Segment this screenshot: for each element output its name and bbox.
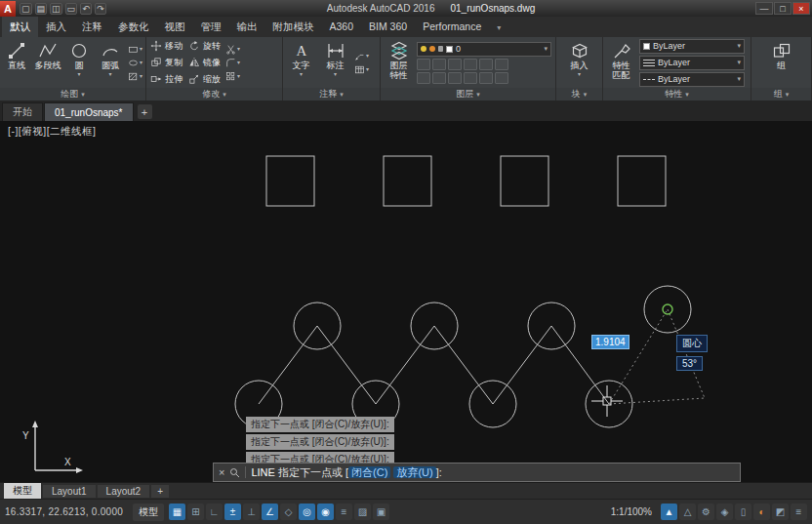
layer-properties-button[interactable]: 图层特性 [383, 38, 415, 87]
group-button[interactable]: 组 [765, 38, 797, 87]
lineweight-select[interactable]: ByLayer▾ [639, 56, 745, 70]
trim-tool-button[interactable]: ▾ [225, 44, 240, 55]
infer-constraints-icon[interactable]: ∟ [206, 504, 223, 520]
annotation-monitor-icon[interactable]: ◈ [716, 504, 733, 520]
linetype-select[interactable]: ByLayer▾ [639, 72, 745, 87]
match-properties-button[interactable]: 特性匹配 [605, 38, 637, 87]
dimension-button[interactable]: 标注 ▾ [319, 38, 351, 87]
ribbon-collapse-icon[interactable]: ▾ [489, 17, 508, 37]
minimize-button[interactable]: — [755, 2, 773, 15]
polar-tracking-icon[interactable]: ∠ [262, 504, 278, 520]
layers-panel-footer[interactable]: 图层▾ [381, 88, 555, 101]
layer-tool-icon[interactable] [432, 72, 446, 84]
plot-icon[interactable]: ▭ [65, 3, 78, 15]
properties-panel-footer[interactable]: 特性▾ [603, 88, 751, 101]
rotate-button[interactable]: 旋转 [186, 38, 223, 54]
lineweight-icon[interactable]: ≡ [336, 504, 352, 520]
arc-button[interactable]: 圆弧 ▾ [96, 38, 125, 87]
status-customization-icon[interactable]: ≡ [791, 504, 807, 520]
file-tab-1[interactable]: 开始 [2, 102, 43, 121]
table-tool-button[interactable]: ▾ [354, 64, 369, 75]
undo-icon[interactable]: ↶ [80, 3, 92, 15]
text-button[interactable]: A 文字 ▾ [285, 38, 317, 87]
close-icon[interactable]: × [219, 466, 224, 478]
ribbon-tab-7[interactable]: 输出 [229, 17, 265, 37]
ribbon-tab-2[interactable]: 插入 [38, 17, 74, 37]
layer-tool-icon[interactable] [495, 59, 508, 70]
layer-tool-icon[interactable] [495, 72, 508, 84]
new-layout-button[interactable]: + [151, 485, 169, 498]
scale-button[interactable]: 缩放 [186, 71, 223, 87]
ribbon-tab-6[interactable]: 管理 [193, 17, 229, 37]
polyline-button[interactable]: 多段线 [33, 38, 62, 87]
command-input[interactable]: LINE 指定下一点或 [闭合(C) 放弃(U)]: [251, 465, 441, 480]
selection-cycling-icon[interactable]: ▣ [373, 504, 389, 520]
dynamic-input-field[interactable]: 1.9104 [591, 335, 629, 349]
redo-icon[interactable]: ↷ [95, 3, 106, 15]
save-file-icon[interactable]: ◫ [50, 3, 62, 15]
autocad-logo-icon[interactable]: A [0, 1, 16, 17]
transparency-icon[interactable]: ▨ [354, 504, 371, 520]
layer-select[interactable]: 0 ▾ [417, 42, 551, 57]
ribbon-tab-11[interactable]: Performance [415, 17, 489, 37]
ribbon-tab-5[interactable]: 视图 [157, 17, 193, 37]
maximize-button[interactable]: □ [774, 2, 792, 15]
array-tool-button[interactable]: ▾ [225, 71, 240, 82]
layer-tool-icon[interactable] [464, 59, 477, 70]
ribbon-tab-3[interactable]: 注释 [74, 17, 110, 37]
ribbon-tab-1[interactable]: 默认 [2, 17, 38, 37]
quick-properties-icon[interactable]: ▯ [735, 504, 751, 520]
annotation-scale-button[interactable]: 1:1/100% [607, 504, 656, 519]
model-space-button[interactable]: 模型 [133, 504, 164, 521]
layer-tool-icon[interactable] [464, 72, 477, 84]
circle-button[interactable]: 圆 ▾ [64, 38, 94, 87]
ribbon-tab-9[interactable]: A360 [322, 17, 362, 37]
fillet-tool-button[interactable]: ▾ [225, 58, 240, 68]
insert-block-button[interactable]: 插入 ▾ [563, 38, 595, 87]
layer-tool-icon[interactable] [432, 59, 446, 70]
ribbon-tab-8[interactable]: 附加模块 [265, 17, 322, 37]
workspace-switching-icon[interactable]: ⚙ [698, 504, 714, 520]
dynamic-input-icon[interactable]: ± [224, 504, 241, 520]
viewport-controls[interactable]: [-][俯视][二维线框] [8, 125, 97, 139]
annotation-visibility-icon[interactable]: ▲ [661, 504, 677, 520]
drawing-canvas[interactable]: XY [-][俯视][二维线框] 1.9104 圆心 53° 指定下一点或 [闭… [0, 121, 812, 482]
snap-mode-icon[interactable]: ⊞ [187, 504, 204, 520]
close-button[interactable]: × [792, 2, 810, 15]
grid-icon[interactable]: ▦ [169, 504, 185, 520]
copy-button[interactable]: 复制 [148, 55, 184, 70]
draw-panel-footer[interactable]: 绘图▾ [0, 88, 145, 101]
new-file-icon[interactable]: ▢ [20, 3, 32, 15]
layer-tool-icon[interactable] [417, 72, 430, 84]
ellipse-tool-button[interactable]: ▾ [128, 58, 142, 68]
groups-panel-footer[interactable]: 组▾ [751, 88, 811, 101]
leader-tool-button[interactable]: ▾ [354, 51, 369, 61]
rectangle-tool-button[interactable]: ▾ [128, 44, 142, 55]
file-tab-2[interactable]: 01_runOsnaps* [44, 102, 134, 121]
object-snap-icon[interactable]: ◉ [317, 504, 334, 520]
move-button[interactable]: 移动 [148, 38, 184, 54]
graphics-performance-icon[interactable]: ◩ [772, 504, 789, 520]
modify-panel-footer[interactable]: 修改▾ [146, 88, 282, 101]
layout-tab-1[interactable]: 模型 [4, 483, 41, 499]
object-color-select[interactable]: ByLayer▾ [639, 39, 745, 54]
layer-tool-icon[interactable] [479, 72, 493, 84]
layer-tool-icon[interactable] [448, 59, 462, 70]
command-option[interactable]: 闭合(C) [348, 466, 390, 478]
layer-tool-icon[interactable] [417, 59, 430, 70]
ortho-mode-icon[interactable]: ⊥ [243, 504, 260, 520]
new-drawing-tab-button[interactable]: + [138, 104, 152, 119]
layout-tab-3[interactable]: Layout2 [98, 485, 150, 498]
layout-tab-2[interactable]: Layout1 [43, 485, 96, 498]
layer-tool-icon[interactable] [479, 59, 493, 70]
command-line[interactable]: × LINE 指定下一点或 [闭合(C) 放弃(U)]: [213, 463, 741, 482]
open-file-icon[interactable]: ▤ [35, 3, 48, 15]
line-button[interactable]: 直线 [2, 38, 31, 87]
isometric-drafting-icon[interactable]: ◇ [280, 504, 297, 520]
block-panel-footer[interactable]: 块▾ [556, 88, 602, 101]
stretch-button[interactable]: 拉伸 [148, 71, 184, 87]
ribbon-tab-4[interactable]: 参数化 [110, 17, 157, 37]
annotation-panel-footer[interactable]: 注释▾ [283, 88, 380, 101]
ribbon-tab-10[interactable]: BIM 360 [361, 17, 415, 37]
object-snap-tracking-icon[interactable]: ◎ [299, 504, 315, 520]
